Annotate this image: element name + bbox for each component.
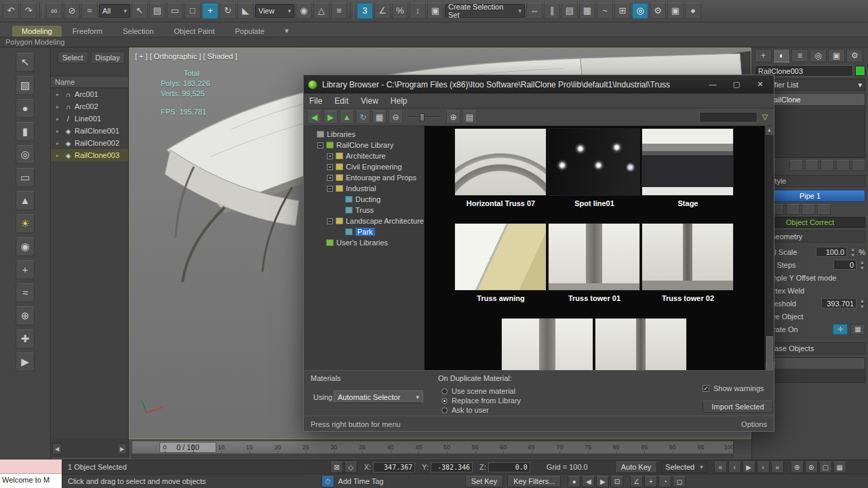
library-thumbnail-spot-line01[interactable]: Spot line01	[548, 128, 641, 208]
curve-steps-field[interactable]: 0	[833, 260, 856, 270]
utilities-tab[interactable]: ⚙	[846, 49, 863, 62]
tree-node-landscape-architecture[interactable]: −Landscape Architecture	[304, 216, 424, 226]
zoom-all-icon[interactable]: ⊛	[805, 462, 818, 473]
schematic-view-icon[interactable]: ⊞	[614, 3, 631, 19]
tree-expander-icon[interactable]: −	[327, 218, 333, 224]
refresh-icon[interactable]: ↻	[356, 110, 370, 124]
rendered-frame-icon[interactable]: ▣	[667, 3, 684, 19]
forward-icon[interactable]: ▶	[323, 110, 338, 124]
scene-horizontal-scrollbar[interactable]: ◀ ▶	[51, 439, 129, 458]
percent-snap-icon[interactable]: %	[392, 3, 408, 19]
radio-ask-to-user[interactable]: Ask to user	[441, 406, 489, 414]
scene-item-arc002[interactable]: ▸∩Arc002	[51, 100, 128, 113]
maximize-viewport-icon[interactable]: ◻	[673, 476, 686, 487]
select-and-move-icon[interactable]: +	[202, 3, 218, 19]
selection-lock-icon[interactable]: ⊠	[330, 462, 343, 473]
key-mode-dropdown[interactable]: Selected▾	[661, 462, 707, 473]
key-filters-button[interactable]: Key Filters...	[507, 476, 561, 487]
render-production-icon[interactable]: ●	[685, 3, 701, 19]
thumbnail-image[interactable]	[548, 223, 640, 291]
tree-node-entourage-and-props[interactable]: +Entourage and Props	[304, 172, 424, 183]
key-step-toggle-icon[interactable]: ●	[568, 476, 580, 487]
scene-tab-select[interactable]: Select	[58, 52, 88, 64]
select-and-link-icon[interactable]: ∞	[46, 3, 62, 19]
paint-deform-icon[interactable]: ⊕	[16, 306, 35, 325]
back-icon[interactable]: ◀	[307, 110, 321, 124]
pin-stack-icon[interactable]	[789, 160, 803, 171]
zoom-slider[interactable]	[405, 110, 444, 124]
global-scale-field[interactable]: 100.0	[816, 247, 847, 257]
select-and-rotate-icon[interactable]: ↻	[220, 3, 236, 19]
x-coordinate-field[interactable]: 347.367	[373, 462, 415, 472]
generate-on-move-icon[interactable]: ✛	[833, 324, 848, 335]
library-thumbnail-stage[interactable]: Stage	[642, 128, 734, 208]
make-unique-icon[interactable]	[821, 160, 834, 171]
library-thumbnail-horizontal-truss-07[interactable]: Horizontal Truss 07	[454, 128, 547, 208]
dialog-titlebar[interactable]: Library Browser - C:\Program Files (x86)…	[304, 75, 774, 94]
absolute-offset-toggle-icon[interactable]: ◇	[344, 462, 357, 473]
time-slider-handle[interactable]: 0 / 100	[159, 442, 216, 453]
threshold-spinner[interactable]: ▲▼	[859, 298, 865, 308]
radio-replace-from-library[interactable]: Replace from Library	[441, 396, 521, 405]
light-icon[interactable]: ☀	[16, 214, 35, 233]
select-object-icon[interactable]: ↖	[132, 3, 148, 19]
tree-expander-icon[interactable]: −	[317, 142, 323, 148]
save-style-icon[interactable]	[786, 204, 800, 215]
pan-icon[interactable]: +	[644, 476, 657, 487]
next-frame-icon[interactable]: ›	[757, 462, 770, 473]
radio-button[interactable]	[441, 398, 448, 404]
window-crossing-icon[interactable]: □	[184, 3, 201, 19]
curve-editor-icon[interactable]: ~	[597, 3, 613, 19]
selection-filter-dropdown[interactable]: All▾	[99, 4, 130, 18]
time-tag-icon[interactable]: ⏱	[321, 476, 334, 487]
use-pivot-center-icon[interactable]: ◉	[296, 3, 312, 19]
scroll-up-icon[interactable]: ▲	[766, 126, 774, 135]
render-setup-icon[interactable]: ⚙	[650, 3, 666, 19]
plane-primitive-icon[interactable]: ▭	[16, 168, 35, 187]
search-input[interactable]	[699, 112, 757, 123]
listener-macro-pane[interactable]	[0, 460, 62, 474]
menu-help[interactable]: Help	[391, 96, 408, 106]
scene-tab-display[interactable]: Display	[91, 52, 125, 64]
go-to-end-icon[interactable]: »	[771, 462, 784, 473]
library-thumbnail-truss-awning[interactable]: Truss awning	[454, 223, 547, 303]
remove-modifier-icon[interactable]	[836, 160, 850, 171]
tree-expander-icon[interactable]: +	[327, 153, 333, 159]
paste-style-icon[interactable]	[817, 204, 831, 215]
tree-node-user-s-libraries[interactable]: User's Libraries	[304, 237, 424, 248]
library-thumbnail[interactable]	[501, 318, 594, 370]
show-end-result-icon[interactable]	[805, 160, 818, 171]
thumbnail-image[interactable]	[501, 318, 593, 370]
zoom-icon[interactable]: ⊕	[791, 462, 804, 473]
zoom-out-icon[interactable]: ⊖	[389, 110, 403, 124]
scroll-left-icon[interactable]: ◀	[52, 443, 62, 454]
y-coordinate-field[interactable]: -382.346	[431, 462, 473, 472]
align-icon[interactable]: ∥	[544, 3, 560, 19]
zoom-in-icon[interactable]: ⊕	[446, 110, 460, 124]
sphere-primitive-icon[interactable]: ●	[16, 99, 35, 118]
up-folder-icon[interactable]: ▲	[340, 110, 354, 124]
menu-view[interactable]: View	[361, 96, 378, 106]
show-warnings-option[interactable]: ✓ Show warnings	[703, 384, 764, 392]
ribbon-tab-object-paint[interactable]: Object Paint	[165, 26, 224, 37]
select-and-manipulate-icon[interactable]: △	[313, 3, 330, 19]
thumbnail-image[interactable]	[642, 128, 734, 196]
hierarchy-tab[interactable]: ≡	[791, 49, 808, 62]
named-selection-sets-icon[interactable]: ▣	[427, 3, 443, 19]
ribbon-minimize-icon[interactable]: ▾	[275, 25, 298, 37]
close-icon[interactable]: ✕	[751, 79, 770, 91]
radio-use-scene-material[interactable]: Use scene material	[441, 387, 515, 395]
threshold-field[interactable]: 393.701	[821, 298, 856, 308]
generate-on-display-icon[interactable]: ▦	[850, 324, 865, 335]
maximize-icon[interactable]: ▢	[727, 79, 746, 91]
scene-item-railclone003[interactable]: ▸◈RailClone003	[51, 149, 128, 161]
z-coordinate-field[interactable]: 0.0	[488, 462, 530, 472]
thumbnail-image[interactable]	[454, 128, 547, 196]
preview-icon[interactable]: ▤	[462, 110, 477, 124]
library-thumbnail[interactable]	[595, 318, 688, 370]
radio-button[interactable]	[441, 407, 448, 413]
tree-node-industrial[interactable]: −Industrial	[304, 183, 424, 194]
thumbnail-image[interactable]	[454, 223, 547, 291]
snap-toggle-icon[interactable]: 3	[357, 3, 373, 19]
auto-key-button[interactable]: Auto Key	[615, 462, 658, 473]
